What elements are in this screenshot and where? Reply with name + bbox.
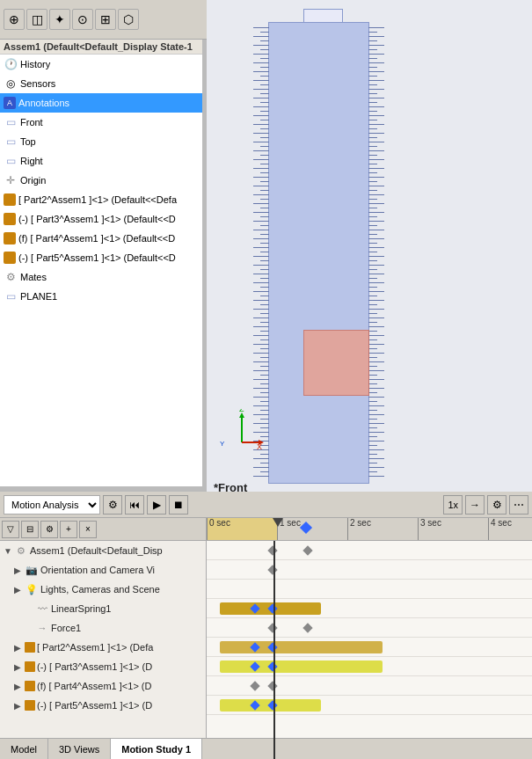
stop-btn[interactable]: ⏹: [169, 495, 188, 515]
timeline-tree-toolbar: ▽ ⊟ ⚙ + ×: [0, 518, 206, 541]
timeline-tree: ▽ ⊟ ⚙ + × ▼ ⚙ Assem1 (Default<Default_Di…: [0, 518, 207, 759]
keyframe-diamond[interactable]: [302, 623, 312, 632]
keyframe-diamond[interactable]: [267, 623, 277, 632]
tab-3dviews[interactable]: 3D Views: [48, 739, 111, 759]
assem1-expander: ▼: [4, 546, 14, 556]
toolbar-icon-2[interactable]: ◫: [26, 9, 47, 30]
fm-label-history: History: [20, 59, 50, 69]
fm-item-origin[interactable]: ✛ Origin: [0, 171, 206, 190]
keyframe-diamond[interactable]: [302, 545, 312, 555]
tick-4sec: 4 sec: [488, 518, 512, 541]
fm-item-top[interactable]: ▭ Top: [0, 132, 206, 151]
timeline-tracks[interactable]: 0 sec 1 sec 2 sec 3 sec 4 sec: [207, 518, 532, 759]
tpart2-icon: [25, 642, 35, 653]
fm-item-plane1[interactable]: ▭ PLANE1: [0, 287, 206, 306]
keyframe-diamond[interactable]: [267, 681, 277, 690]
tab-model[interactable]: Model: [0, 739, 48, 759]
timeline-tree-force1[interactable]: → Force1: [0, 618, 206, 638]
settings-btn[interactable]: ⚙: [103, 495, 122, 515]
linearspring-label: LinearSpring1: [51, 603, 112, 614]
tpart3-expander: ▶: [14, 662, 25, 672]
right-plane-icon: ▭: [4, 154, 18, 168]
timeline-key-marker[interactable]: [300, 522, 312, 534]
fm-item-mates[interactable]: ⚙ Mates: [0, 267, 206, 287]
fm-label-front: Front: [20, 117, 43, 128]
fm-item-right[interactable]: ▭ Right: [0, 151, 206, 171]
toolbar-icon-6[interactable]: ⬡: [118, 9, 139, 30]
keyframe-diamond[interactable]: [267, 545, 277, 555]
fm-label-part4: (f) [ Part4^Assem1 ]<1> (Default<<D: [18, 233, 175, 244]
track-orientation: [207, 560, 532, 580]
tpart4-label: (f) [ Part4^Assem1 ]<1> (D: [37, 681, 151, 691]
fm-label-plane1: PLANE1: [20, 291, 57, 302]
properties-btn[interactable]: ⚙: [40, 521, 58, 538]
fm-label-right: Right: [20, 156, 43, 166]
fm-item-part2[interactable]: [ Part2^Assem1 ]<1> (Default<<Defa: [0, 190, 206, 209]
filter-btn[interactable]: ▽: [2, 521, 19, 538]
lights-label: Lights, Cameras and Scene: [40, 584, 160, 595]
fm-item-part4[interactable]: (f) [ Part4^Assem1 ]<1> (Default<<D: [0, 229, 206, 248]
ruler-notches-right: [368, 23, 386, 483]
keyframe-diamond[interactable]: [250, 681, 259, 690]
fm-item-annotations[interactable]: A Annotations: [0, 93, 206, 113]
mates-icon: ⚙: [4, 270, 18, 284]
more-btn[interactable]: ⋯: [509, 495, 528, 515]
timeline-tree-assem1[interactable]: ▼ ⚙ Assem1 (Default<Default_Disp: [0, 541, 206, 560]
tpart5-expander: ▶: [14, 701, 25, 711]
time-cursor-triangle[interactable]: [273, 518, 283, 527]
svg-text:X: X: [257, 442, 262, 451]
tpart2-expander: ▶: [14, 643, 25, 653]
track-linearspring: [207, 599, 532, 618]
part2-icon: [4, 193, 16, 206]
timeline-tree-part3[interactable]: ▶ (-) [ Part3^Assem1 ]<1> (D: [0, 657, 206, 676]
fm-label-top: Top: [20, 136, 36, 147]
timeline-tree-part4[interactable]: ▶ (f) [ Part4^Assem1 ]<1> (D: [0, 676, 206, 696]
toolbar-icon-1[interactable]: ⊕: [4, 9, 25, 30]
pink-square-part: [303, 330, 369, 396]
timeline-tree-part2[interactable]: ▶ [ Part2^Assem1 ]<1> (Defa: [0, 638, 206, 657]
tick-0sec: 0 sec: [207, 518, 230, 541]
bottom-tabs: Model 3D Views Motion Study 1: [0, 738, 532, 759]
settings2-btn[interactable]: ⚙: [487, 495, 506, 515]
collapse-btn[interactable]: ⊟: [21, 521, 39, 538]
fm-label-part5: (-) [ Part5^Assem1 ]<1> (Default<<D: [18, 252, 176, 263]
motion-analysis-toolbar: Motion Analysis ⚙ ⏮ ▶ ⏹ 1x → ⚙ ⋯: [0, 492, 532, 518]
track-part5: [207, 696, 532, 715]
fm-item-part3[interactable]: (-) [ Part3^Assem1 ]<1> (Default<<D: [0, 209, 206, 229]
sensors-icon: ◎: [4, 77, 18, 91]
3d-viewport[interactable]: Z X Y *Front: [207, 0, 532, 501]
fm-item-sensors[interactable]: ◎ Sensors: [0, 74, 206, 93]
keyframe-diamond[interactable]: [267, 565, 277, 574]
play-btn[interactable]: ▶: [147, 495, 166, 515]
plane1-icon: ▭: [4, 289, 18, 303]
toolbar-icon-3[interactable]: ✦: [49, 9, 70, 30]
track-lights: [207, 580, 532, 599]
tab-motionstudy1[interactable]: Motion Study 1: [111, 739, 202, 759]
fm-item-front[interactable]: ▭ Front: [0, 113, 206, 132]
play-from-start-btn[interactable]: ⏮: [125, 495, 144, 515]
timeline-tree-lights[interactable]: ▶ 💡 Lights, Cameras and Scene: [0, 580, 206, 599]
timeline-tree-orientation[interactable]: ▶ 📷 Orientation and Camera Vi: [0, 560, 206, 580]
add-btn[interactable]: +: [60, 521, 77, 538]
tpart5-icon: [25, 700, 35, 711]
fm-item-part5[interactable]: (-) [ Part5^Assem1 ]<1> (Default<<D: [0, 248, 206, 267]
part4-icon: [4, 232, 16, 244]
fm-item-history[interactable]: 🕐 History: [0, 55, 206, 74]
timeline-tree-linearspring[interactable]: 〰 LinearSpring1: [0, 599, 206, 618]
motion-analysis-dropdown[interactable]: Motion Analysis: [4, 495, 100, 515]
orientation-label: Orientation and Camera Vi: [40, 565, 155, 575]
toolbar-icon-5[interactable]: ⊞: [95, 9, 116, 30]
force1-label: Force1: [51, 623, 81, 633]
fm-label-part3: (-) [ Part3^Assem1 ]<1> (Default<<D: [18, 214, 176, 224]
annotations-icon: A: [4, 97, 16, 109]
origin-icon: ✛: [4, 173, 18, 187]
toolbar-icon-4[interactable]: ⊙: [72, 9, 93, 30]
lights-expander: ▶: [14, 585, 25, 595]
part3-icon: [4, 213, 16, 225]
track-part2: [207, 638, 532, 657]
timeline-content: ▽ ⊟ ⚙ + × ▼ ⚙ Assem1 (Default<Default_Di…: [0, 518, 532, 759]
arrow-right-btn[interactable]: →: [465, 495, 485, 515]
delete-btn[interactable]: ×: [79, 521, 97, 538]
timeline-tree-part5[interactable]: ▶ (-) [ Part5^Assem1 ]<1> (D: [0, 696, 206, 715]
tick-2sec: 2 sec: [347, 518, 371, 541]
